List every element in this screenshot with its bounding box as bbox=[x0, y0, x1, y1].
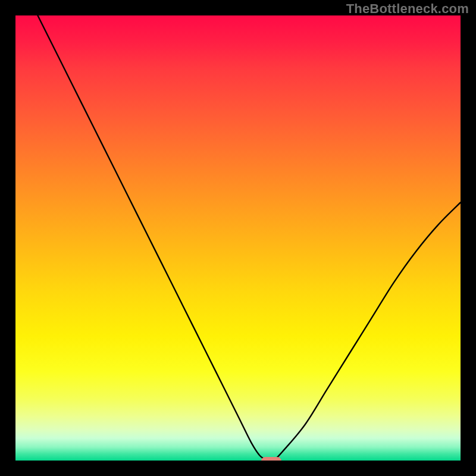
chart-frame: TheBottleneck.com bbox=[0, 0, 476, 476]
bottleneck-curve bbox=[15, 15, 461, 461]
plot-area bbox=[15, 15, 461, 461]
watermark-text: TheBottleneck.com bbox=[346, 1, 469, 17]
optimal-marker bbox=[261, 457, 281, 461]
